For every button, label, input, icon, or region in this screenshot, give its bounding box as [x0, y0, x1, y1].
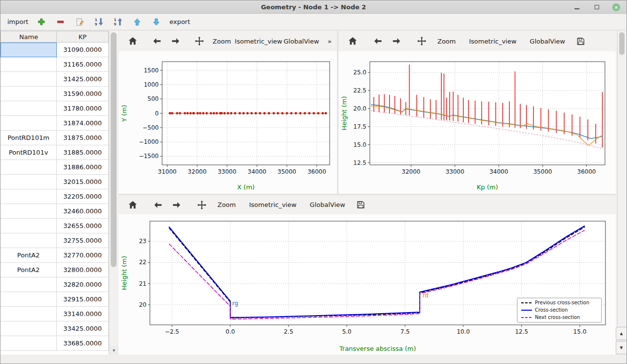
- cell-name[interactable]: PontA2: [0, 263, 57, 277]
- table-row[interactable]: PontRD101m31875.0000: [0, 131, 109, 145]
- isometric-view-button[interactable]: Isometric_view: [237, 34, 280, 48]
- back-button[interactable]: [150, 34, 165, 48]
- cell-kp[interactable]: 33425.0000: [57, 321, 109, 336]
- restore-button[interactable]: [592, 3, 601, 12]
- table-row[interactable]: PontA232770.0000: [0, 248, 109, 263]
- window-scrollbar-thumb[interactable]: [619, 32, 625, 55]
- cell-name[interactable]: [0, 101, 57, 116]
- sort-descending-button[interactable]: 1 9: [93, 16, 105, 28]
- cell-name[interactable]: [0, 87, 57, 101]
- cell-name[interactable]: PontRD101v: [0, 145, 57, 160]
- pan-button[interactable]: [414, 34, 429, 48]
- table-row[interactable]: 31780.0000: [0, 101, 109, 116]
- cell-kp[interactable]: 32755.0000: [57, 233, 109, 248]
- table-row[interactable]: 31425.0000: [0, 72, 109, 87]
- table-row[interactable]: 32820.0000: [0, 277, 109, 292]
- table-row[interactable]: 33140.0000: [0, 307, 109, 321]
- cell-kp[interactable]: 32205.0000: [57, 189, 109, 204]
- cell-kp[interactable]: 31874.0000: [57, 116, 109, 131]
- table-row[interactable]: 31886.0000: [0, 160, 109, 175]
- cell-kp[interactable]: 31165.0000: [57, 57, 109, 72]
- cell-kp[interactable]: 32770.0000: [57, 248, 109, 263]
- move-up-button[interactable]: [131, 16, 143, 28]
- table-row[interactable]: 32460.0000: [0, 204, 109, 219]
- table-row[interactable]: 32655.0000: [0, 219, 109, 233]
- home-button[interactable]: [345, 34, 360, 48]
- add-row-button[interactable]: [36, 16, 48, 28]
- cell-name[interactable]: [0, 336, 57, 351]
- cell-name[interactable]: [0, 175, 57, 189]
- zoom-button[interactable]: Zoom: [213, 198, 241, 212]
- cell-kp[interactable]: 31090.0000: [57, 43, 109, 57]
- cell-kp[interactable]: 32460.0000: [57, 204, 109, 219]
- spin-down-button[interactable]: ▼: [616, 341, 627, 354]
- home-button[interactable]: [125, 34, 140, 48]
- toolbar-overflow-button[interactable]: »: [322, 34, 337, 48]
- table-row[interactable]: 32015.0000: [0, 175, 109, 189]
- column-header-kp[interactable]: KP: [57, 31, 109, 43]
- import-button[interactable]: import: [7, 16, 28, 28]
- forward-button[interactable]: [168, 34, 183, 48]
- cell-kp[interactable]: 32820.0000: [57, 277, 109, 292]
- table-row[interactable]: PontA232800.0000: [0, 263, 109, 277]
- table-row[interactable]: 32755.0000: [0, 233, 109, 248]
- table-row[interactable]: 32915.0000: [0, 292, 109, 307]
- cell-kp[interactable]: 33140.0000: [57, 307, 109, 321]
- forward-button[interactable]: [389, 34, 404, 48]
- isometric-view-button[interactable]: Isometric_view: [464, 34, 521, 48]
- window-scrollbar[interactable]: [617, 31, 626, 325]
- back-button[interactable]: [371, 34, 386, 48]
- back-button[interactable]: [151, 198, 166, 212]
- forward-button[interactable]: [169, 198, 184, 212]
- table-row[interactable]: 31590.0000: [0, 87, 109, 101]
- minimize-button[interactable]: [573, 3, 581, 12]
- cell-kp[interactable]: 32800.0000: [57, 263, 109, 277]
- pan-button[interactable]: [192, 34, 207, 48]
- close-button[interactable]: ×: [612, 3, 621, 12]
- table-row[interactable]: 31874.0000: [0, 116, 109, 131]
- cell-kp[interactable]: 31425.0000: [57, 72, 109, 87]
- move-down-button[interactable]: [150, 16, 162, 28]
- plan-view-chart[interactable]: 310003200033000340003500036000−1500−1000…: [119, 51, 337, 193]
- cell-name[interactable]: [0, 321, 57, 336]
- save-button[interactable]: [354, 198, 368, 212]
- cell-name[interactable]: [0, 57, 57, 72]
- cross-section-chart[interactable]: rgrd−2.50.02.55.07.510.012.515.020212223…: [119, 214, 616, 355]
- cell-name[interactable]: [0, 43, 57, 57]
- column-header-name[interactable]: Name: [0, 31, 57, 43]
- global-view-button[interactable]: GlobalView: [525, 34, 570, 48]
- table-row[interactable]: PontRD101v31885.0000: [0, 145, 109, 160]
- remove-row-button[interactable]: [55, 16, 67, 28]
- table-row[interactable]: 31165.0000: [0, 57, 109, 72]
- cell-name[interactable]: [0, 219, 57, 233]
- cell-kp[interactable]: 31875.0000: [57, 131, 109, 145]
- home-button[interactable]: [125, 198, 140, 212]
- cell-kp[interactable]: 32655.0000: [57, 219, 109, 233]
- global-view-button[interactable]: GlobalView: [284, 34, 319, 48]
- table-scrollbar[interactable]: ▼: [109, 31, 118, 355]
- longitudinal-profile-chart[interactable]: 320003300034000350003600012.515.017.520.…: [338, 51, 616, 193]
- cell-name[interactable]: [0, 116, 57, 131]
- cell-name[interactable]: [0, 72, 57, 87]
- cell-name[interactable]: [0, 292, 57, 307]
- spin-up-button[interactable]: ▲: [616, 327, 627, 340]
- save-button[interactable]: [574, 34, 588, 48]
- cell-name[interactable]: [0, 160, 57, 175]
- pan-button[interactable]: [194, 198, 209, 212]
- table-scroll-down-button[interactable]: ▼: [109, 346, 119, 355]
- cell-kp[interactable]: 32915.0000: [57, 292, 109, 307]
- cell-name[interactable]: [0, 277, 57, 292]
- cell-kp[interactable]: 31886.0000: [57, 160, 109, 175]
- table-row[interactable]: 32205.0000: [0, 189, 109, 204]
- edit-button[interactable]: [74, 16, 86, 28]
- table-row[interactable]: 33685.0000: [0, 336, 109, 351]
- cell-name[interactable]: [0, 307, 57, 321]
- cell-kp[interactable]: 31780.0000: [57, 101, 109, 116]
- cell-kp[interactable]: 33685.0000: [57, 336, 109, 351]
- zoom-button[interactable]: Zoom: [210, 34, 233, 48]
- cell-kp[interactable]: 31885.0000: [57, 145, 109, 160]
- cell-name[interactable]: [0, 189, 57, 204]
- cell-name[interactable]: PontA2: [0, 248, 57, 263]
- export-button[interactable]: export: [169, 16, 190, 28]
- cell-kp[interactable]: 32015.0000: [57, 175, 109, 189]
